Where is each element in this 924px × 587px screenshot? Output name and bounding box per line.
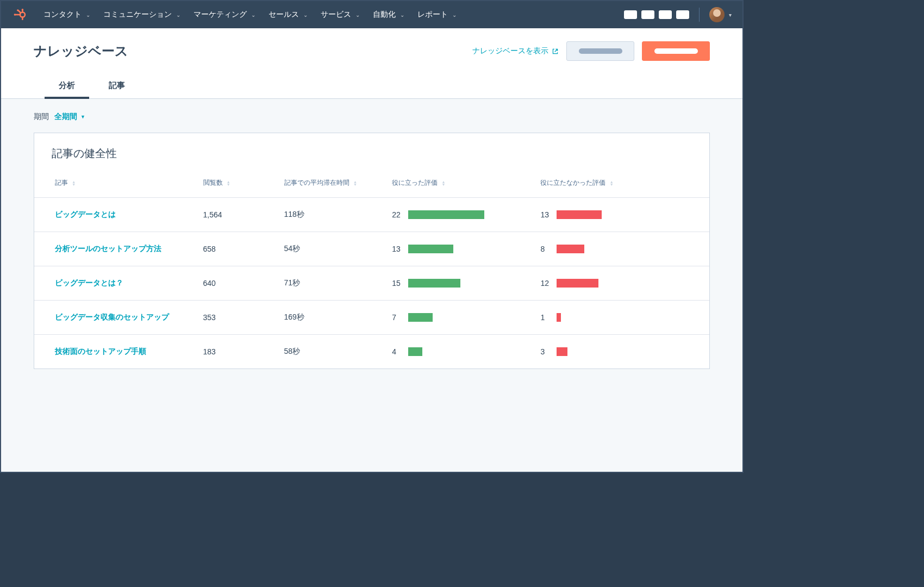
nav-action-4[interactable] — [676, 10, 689, 19]
unhelpful-cell: 13 — [540, 198, 709, 232]
unhelpful-cell: 1 — [540, 301, 709, 335]
svg-line-3 — [18, 10, 21, 13]
col-header-unhelpful[interactable]: 役に立たなかった評価 ▲▼ — [540, 173, 709, 198]
table-row: 技術面のセットアップ手順18358秒43 — [34, 335, 709, 369]
page-title: ナレッジベース — [34, 42, 128, 60]
avg-time-cell: 58秒 — [284, 335, 392, 369]
bar-fill — [408, 347, 422, 356]
nav-item-label: コミュニケーション — [103, 10, 172, 20]
nav-action-2[interactable] — [641, 10, 654, 19]
nav-item-label: コンタクト — [43, 10, 82, 20]
nav-item-4[interactable]: サービス⌄ — [315, 7, 365, 23]
article-link[interactable]: ビッグデータとは — [55, 210, 116, 218]
helpful-cell: 15 — [392, 266, 540, 301]
nav-item-3[interactable]: セールス⌄ — [263, 7, 313, 23]
nav-item-1[interactable]: コミュニケーション⌄ — [98, 7, 186, 23]
caret-down-icon: ▼ — [80, 114, 85, 120]
table-row: 分析ツールのセットアップ方法65854秒138 — [34, 232, 709, 266]
external-link-icon — [552, 48, 559, 55]
chevron-down-icon: ⌄ — [452, 12, 457, 18]
chevron-down-icon: ⌄ — [251, 12, 255, 18]
tab-articles[interactable]: 記事 — [105, 75, 128, 98]
tab-articles-label: 記事 — [109, 80, 125, 90]
bar-value: 7 — [392, 313, 403, 322]
nav-item-label: セールス — [269, 10, 299, 20]
sort-icon: ▲▼ — [227, 180, 230, 186]
page-header: ナレッジベース ナレッジベースを表示 分析 記事 — [1, 28, 742, 99]
article-link[interactable]: 技術面のセットアップ手順 — [55, 347, 146, 355]
col-header-article[interactable]: 記事 ▲▼ — [34, 173, 203, 198]
article-health-card: 記事の健全性 記事 ▲▼ 閲覧数 ▲▼ 記事での平均滞在時間 — [34, 133, 710, 369]
nav-item-label: レポート — [417, 10, 448, 20]
chevron-down-icon: ⌄ — [176, 12, 180, 18]
avatar[interactable] — [709, 7, 725, 22]
helpful-cell: 13 — [392, 232, 540, 266]
bar-value: 3 — [540, 347, 551, 356]
bar-value: 13 — [540, 210, 551, 219]
article-health-table: 記事 ▲▼ 閲覧数 ▲▼ 記事での平均滞在時間 ▲▼ 役に立った評価 — [34, 173, 709, 369]
bar-fill — [408, 313, 433, 322]
card-title: 記事の健全性 — [34, 133, 709, 173]
views-cell: 640 — [203, 266, 284, 301]
article-link[interactable]: ビッグデータとは？ — [55, 278, 123, 287]
sort-icon: ▲▼ — [72, 180, 76, 186]
bar-value: 8 — [540, 245, 551, 253]
sprocket-icon — [13, 8, 27, 22]
logo[interactable] — [12, 7, 27, 22]
content-area: 期間 全期間 ▼ 記事の健全性 記事 ▲▼ 閲覧数 ▲▼ — [1, 99, 742, 472]
avg-time-cell: 118秒 — [284, 198, 392, 232]
filter-value-text: 全期間 — [54, 112, 77, 122]
chevron-down-icon: ⌄ — [355, 12, 360, 18]
bar-fill — [557, 245, 584, 253]
chevron-down-icon: ⌄ — [303, 12, 308, 18]
primary-button[interactable] — [642, 41, 710, 61]
avg-time-cell: 71秒 — [284, 266, 392, 301]
nav-action-1[interactable] — [624, 10, 637, 19]
bar-fill — [408, 245, 453, 253]
nav-item-2[interactable]: マーケティング⌄ — [188, 7, 261, 23]
unhelpful-cell: 3 — [540, 335, 709, 369]
table-row: ビッグデータとは？64071秒1512 — [34, 266, 709, 301]
helpful-cell: 7 — [392, 301, 540, 335]
sort-icon: ▲▼ — [442, 180, 446, 186]
chevron-down-icon: ⌄ — [400, 12, 404, 18]
views-cell: 1,564 — [203, 198, 284, 232]
unhelpful-cell: 12 — [540, 266, 709, 301]
nav-action-3[interactable] — [659, 10, 672, 19]
article-link[interactable]: 分析ツールのセットアップ方法 — [55, 244, 161, 253]
bar-value: 4 — [392, 347, 403, 356]
bar-value: 22 — [392, 210, 403, 219]
table-row: ビッグデータとは1,564118秒2213 — [34, 198, 709, 232]
top-nav: コンタクト⌄コミュニケーション⌄マーケティング⌄セールス⌄サービス⌄自動化⌄レポ… — [1, 1, 742, 28]
col-header-views[interactable]: 閲覧数 ▲▼ — [203, 173, 284, 198]
views-cell: 658 — [203, 232, 284, 266]
article-link[interactable]: ビッグデータ収集のセットアップ — [55, 313, 169, 321]
col-header-helpful[interactable]: 役に立った評価 ▲▼ — [392, 173, 540, 198]
nav-item-5[interactable]: 自動化⌄ — [367, 7, 410, 23]
bar-value: 13 — [392, 245, 403, 253]
bar-value: 12 — [540, 279, 551, 288]
filter-period-dropdown[interactable]: 全期間 ▼ — [54, 112, 85, 122]
unhelpful-cell: 8 — [540, 232, 709, 266]
svg-point-7 — [17, 9, 18, 11]
chevron-down-icon[interactable]: ▾ — [729, 12, 732, 18]
view-kb-link[interactable]: ナレッジベースを表示 — [472, 46, 559, 56]
chevron-down-icon: ⌄ — [86, 12, 90, 18]
bar-fill — [557, 313, 561, 322]
nav-item-label: 自動化 — [373, 10, 396, 20]
nav-item-6[interactable]: レポート⌄ — [412, 7, 462, 23]
bar-fill — [557, 279, 598, 288]
svg-point-5 — [22, 9, 23, 10]
tab-analytics[interactable]: 分析 — [55, 75, 78, 98]
sort-icon: ▲▼ — [353, 180, 357, 186]
avg-time-cell: 54秒 — [284, 232, 392, 266]
bar-value: 1 — [540, 313, 551, 322]
nav-item-label: サービス — [321, 10, 351, 20]
nav-item-0[interactable]: コンタクト⌄ — [38, 7, 96, 23]
helpful-cell: 4 — [392, 335, 540, 369]
col-header-avg-time[interactable]: 記事での平均滞在時間 ▲▼ — [284, 173, 392, 198]
helpful-cell: 22 — [392, 198, 540, 232]
separator — [699, 8, 700, 22]
secondary-button[interactable] — [566, 41, 634, 61]
sort-icon: ▲▼ — [610, 180, 614, 186]
